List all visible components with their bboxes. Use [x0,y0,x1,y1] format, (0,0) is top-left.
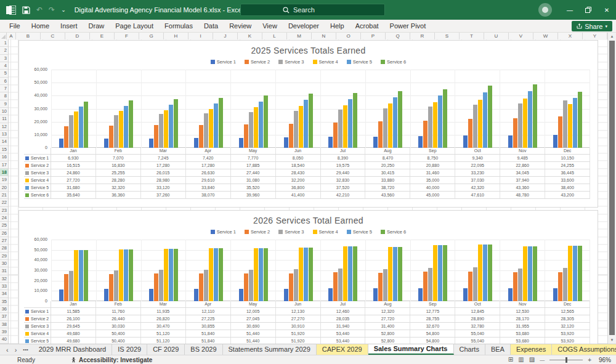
save-icon[interactable] [22,6,30,14]
zoom-in-icon[interactable]: + [588,357,591,363]
ribbon-tab-formulas[interactable]: Formulas [159,20,198,32]
row-header-24[interactable]: 24 [0,214,8,222]
ribbon-tab-home[interactable]: Home [26,20,55,32]
row-header-3[interactable]: 3 [0,55,8,62]
sheet-tab-is-2029[interactable]: IS 2029 [112,344,147,355]
row-header-5[interactable]: 5 [0,70,8,77]
zoom-slider[interactable] [549,360,583,360]
ribbon-tab-file[interactable]: File [4,20,26,32]
ribbon-tab-power-pivot[interactable]: Power Pivot [384,20,432,32]
row-header-36[interactable]: 36 [0,305,8,313]
sheet-tab-bea[interactable]: BEA [485,344,511,355]
column-header-s[interactable]: S [435,33,460,39]
row-header-6[interactable]: 6 [0,78,8,85]
chart-2026-services[interactable]: 2026 Services Total EarnedService 1Servi… [18,210,598,344]
row-header-16[interactable]: 16 [0,153,8,161]
chart-2025-services[interactable]: 2025 Services Totals EarnedService 1Serv… [18,40,598,208]
row-header-2[interactable]: 2 [0,47,8,54]
row-header-27[interactable]: 27 [0,237,8,245]
row-header-22[interactable]: 22 [0,199,8,206]
accessibility-status[interactable]: Accessibility: Investigate [71,357,153,363]
column-header-n[interactable]: N [312,33,336,39]
ribbon-tab-data[interactable]: Data [198,20,224,32]
row-header-13[interactable]: 13 [0,131,8,138]
zoom-out-icon[interactable]: — [540,357,545,363]
column-header-t[interactable]: T [460,33,484,39]
sheet-tab-charts[interactable]: Charts [454,344,485,355]
column-header-e[interactable]: E [90,33,115,39]
column-header-j[interactable]: J [213,33,238,39]
row-header-7[interactable]: 7 [0,85,8,92]
column-header-f[interactable]: F [115,33,139,39]
row-header-12[interactable]: 12 [0,123,8,131]
row-header-28[interactable]: 28 [0,245,8,252]
row-header-4[interactable]: 4 [0,62,8,70]
row-header-26[interactable]: 26 [0,230,8,237]
column-header-b[interactable]: B [16,33,41,39]
page-break-view-icon[interactable]: ▨ [529,357,535,363]
select-all-corner[interactable] [0,33,7,39]
column-header-w[interactable]: W [533,33,558,39]
column-header-p[interactable]: P [361,33,386,39]
prev-sheet-icon[interactable]: ‹ [6,346,9,354]
sheet-tab-capex-2029[interactable]: CAPEX 2029 [317,344,368,355]
share-button[interactable]: Share ▾ [572,21,612,31]
column-header-l[interactable]: L [262,33,287,39]
row-header-9[interactable]: 9 [0,100,8,108]
row-header-23[interactable]: 23 [0,207,8,214]
row-header-31[interactable]: 31 [0,267,8,275]
row-header-18[interactable]: 18 [0,169,8,176]
row-header-37[interactable]: 37 [0,313,8,320]
sheet-tab-cogs-assumptions[interactable]: COGS Assumptions [552,344,616,355]
row-header-21[interactable]: 21 [0,192,8,199]
sheet-tab-sales-summary-charts[interactable]: Sales Summary Charts [368,344,454,355]
sheet-tab-bs-2029[interactable]: BS 2029 [185,344,222,355]
row-header-35[interactable]: 35 [0,298,8,305]
column-header-c[interactable]: C [41,33,65,39]
ribbon-tab-page-layout[interactable]: Page Layout [110,20,159,32]
column-header-v[interactable]: V [509,33,533,39]
column-header-i[interactable]: I [188,33,213,39]
row-header-39[interactable]: 39 [0,328,8,336]
customize-qat-icon[interactable]: ⌄ [61,7,66,13]
column-header-q[interactable]: Q [386,33,410,39]
ribbon-tab-review[interactable]: Review [224,20,257,32]
row-header-1[interactable]: 1 [0,39,8,47]
vertical-scroll-thumb[interactable] [609,41,615,335]
scroll-up-icon[interactable]: ▲ [608,33,616,40]
restore-button[interactable] [579,0,598,20]
normal-view-icon[interactable]: ⊞ [508,357,513,363]
row-header-30[interactable]: 30 [0,260,8,267]
ribbon-tab-help[interactable]: Help [325,20,350,32]
row-header-8[interactable]: 8 [0,92,8,100]
row-header-40[interactable]: 40 [0,336,8,343]
ribbon-tab-insert[interactable]: Insert [55,20,83,32]
zoom-slider-thumb[interactable] [565,357,567,363]
sheet-tab-cf-2029[interactable]: CF 2029 [147,344,185,355]
sheet-tab-2029-mrr-dashboard[interactable]: 2029 MRR Dashboard [33,344,112,355]
sheet-tab-expenses[interactable]: Expenses [511,344,552,355]
vertical-scrollbar[interactable]: ▲ ▼ [607,33,616,344]
column-header-y[interactable]: Y [583,33,607,39]
row-header-32[interactable]: 32 [0,275,8,283]
sheet-tab-statements-summary-2029[interactable]: Statements Summary 2029 [223,344,317,355]
row-header-11[interactable]: 11 [0,115,8,123]
ribbon-tab-acrobat[interactable]: Acrobat [350,20,384,32]
column-header-d[interactable]: D [65,33,90,39]
row-header-38[interactable]: 38 [0,321,8,328]
row-header-25[interactable]: 25 [0,222,8,229]
column-header-o[interactable]: O [336,33,361,39]
page-layout-view-icon[interactable]: ▥ [518,357,524,363]
minimize-button[interactable]: — [561,0,579,20]
row-header-14[interactable]: 14 [0,138,8,145]
cell-grid[interactable]: 2025 Services Totals EarnedService 1Serv… [9,39,607,344]
row-header-19[interactable]: 19 [0,176,8,184]
column-header-u[interactable]: U [484,33,509,39]
next-sheet-icon[interactable]: › [15,346,17,354]
row-header-15[interactable]: 15 [0,146,8,153]
column-header-x[interactable]: X [558,33,583,39]
ribbon-tab-view[interactable]: View [257,20,283,32]
row-header-33[interactable]: 33 [0,283,8,290]
column-header-g[interactable]: G [139,33,164,39]
ribbon-tab-draw[interactable]: Draw [83,20,110,32]
